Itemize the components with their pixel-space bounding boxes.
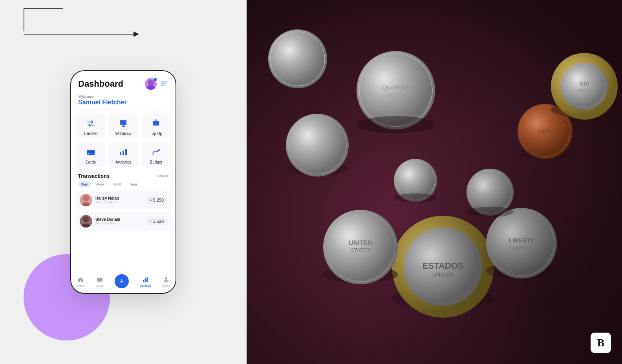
tx-amount-value-steve: ≈ 3,520 <box>149 219 164 224</box>
time-tabs: Day Week Month Year <box>71 181 176 191</box>
svg-rect-1 <box>153 121 159 126</box>
home-icon <box>77 276 84 284</box>
action-analytics[interactable]: Analytics <box>108 142 138 167</box>
svg-rect-58 <box>247 0 622 364</box>
brand-badge: B <box>591 333 611 353</box>
transactions-header: Transactions View all <box>71 171 176 181</box>
nav-cards-icon <box>96 276 104 284</box>
svg-rect-12 <box>146 277 148 282</box>
transactions-title: Transactions <box>78 173 110 179</box>
arrow-line <box>24 31 139 37</box>
menu-line-1 <box>161 82 168 82</box>
coins-illustration: ESTADOS UNIDOS UNITED STATES LIBERTY QUA… <box>247 0 622 364</box>
menu-icon[interactable] <box>160 81 168 87</box>
action-budget[interactable]: Budget <box>141 142 171 167</box>
tx-info-steve: Steve Donald 24 transactions <box>95 217 143 225</box>
bottom-nav: Home Cards + <box>71 271 176 293</box>
phone-mockup: Dashboard Welcome, Samuel Fletcher <box>70 70 176 294</box>
svg-rect-11 <box>145 278 146 282</box>
nav-earnings-label: Earnings <box>140 284 151 287</box>
nav-cards-label: Cards <box>96 284 103 287</box>
tab-month[interactable]: Month <box>109 181 125 187</box>
tab-week[interactable]: Week <box>93 181 108 187</box>
transaction-item-2[interactable]: Steve Donald 24 transactions ≈ 3,520 <box>76 212 171 231</box>
action-topup[interactable]: Top Up <box>141 113 171 139</box>
tx-avatar-hailey <box>80 194 92 206</box>
topup-label: Top Up <box>150 131 162 136</box>
user-avatar-container[interactable] <box>145 78 157 90</box>
analytics-label: Analytics <box>115 160 131 164</box>
nav-profile[interactable]: Profile <box>162 276 170 287</box>
withdraw-icon <box>118 118 129 129</box>
svg-rect-10 <box>143 280 144 282</box>
arrow-box <box>24 8 63 31</box>
phone-top-bar: Dashboard <box>71 71 176 92</box>
menu-line-3 <box>161 86 165 86</box>
analytics-icon <box>118 147 129 158</box>
svg-rect-9 <box>97 279 102 280</box>
nav-home-label: Home <box>77 284 84 287</box>
tx-count-hailey: 26 transactions <box>95 200 143 204</box>
transaction-item-1[interactable]: Hailey Nolan 26 transactions ≈ 5,250 <box>76 191 171 209</box>
brand-letter: B <box>597 337 605 349</box>
nav-home[interactable]: Home <box>77 276 84 287</box>
profile-icon <box>162 276 170 284</box>
budget-icon <box>150 147 161 158</box>
svg-rect-6 <box>123 151 124 155</box>
action-grid: Transfer Withdraw <box>71 113 176 171</box>
tx-amount-steve: ≈ 3,520 <box>146 217 167 225</box>
phone-screen: Dashboard Welcome, Samuel Fletcher <box>70 70 176 294</box>
svg-rect-5 <box>120 152 121 155</box>
tx-info-hailey: Hailey Nolan 26 transactions <box>95 196 143 204</box>
phone-top-icons <box>145 78 168 90</box>
nav-earnings[interactable]: Earnings <box>140 276 151 287</box>
svg-point-13 <box>165 277 167 280</box>
tx-name-steve: Steve Donald <box>95 217 143 222</box>
coins-photo: ESTADOS UNIDOS UNITED STATES LIBERTY QUA… <box>247 0 622 364</box>
menu-line-2 <box>161 84 166 84</box>
tx-amount-value-hailey: ≈ 5,250 <box>149 198 164 202</box>
tx-avatar-steve <box>80 215 92 228</box>
tx-amount-hailey: ≈ 5,250 <box>146 196 167 204</box>
svg-rect-7 <box>125 149 127 155</box>
view-all-link[interactable]: View all <box>156 174 168 178</box>
transaction-list: Hailey Nolan 26 transactions ≈ 5,250 Ste… <box>71 191 176 231</box>
tab-day[interactable]: Day <box>78 181 91 187</box>
withdraw-label: Withdraw <box>115 131 132 136</box>
right-panel: ESTADOS UNIDOS UNITED STATES LIBERTY QUA… <box>247 0 622 364</box>
transfer-label: Transfer <box>83 131 98 136</box>
left-panel: Dashboard Welcome, Samuel Fletcher <box>0 0 247 364</box>
action-transfer[interactable]: Transfer <box>76 113 105 139</box>
tx-count-steve: 24 transactions <box>95 222 143 225</box>
nav-add[interactable]: + <box>115 274 129 288</box>
topup-icon <box>150 118 161 129</box>
cards-icon <box>85 147 96 158</box>
svg-rect-0 <box>120 120 126 125</box>
nav-cards[interactable]: Cards <box>96 276 104 287</box>
earnings-icon <box>141 276 149 284</box>
action-cards[interactable]: Cards <box>76 142 105 167</box>
cards-label: Cards <box>85 160 96 164</box>
welcome-section: Welcome, Samuel Fletcher <box>71 92 176 109</box>
section-divider <box>78 109 168 109</box>
user-name: Samuel Fletcher <box>78 99 168 106</box>
budget-label: Budget <box>150 160 162 164</box>
add-button[interactable]: + <box>115 274 129 288</box>
tx-name-hailey: Hailey Nolan <box>95 196 143 200</box>
action-withdraw[interactable]: Withdraw <box>108 113 138 139</box>
svg-rect-3 <box>87 151 95 153</box>
arrow-decoration <box>24 8 139 37</box>
svg-rect-4 <box>88 153 90 154</box>
notification-dot <box>154 78 157 81</box>
welcome-text: Welcome, <box>78 95 168 99</box>
tab-year[interactable]: Year <box>127 181 140 187</box>
nav-profile-label: Profile <box>162 284 170 287</box>
transfer-icon <box>85 118 96 129</box>
phone-dashboard-title: Dashboard <box>78 79 123 89</box>
